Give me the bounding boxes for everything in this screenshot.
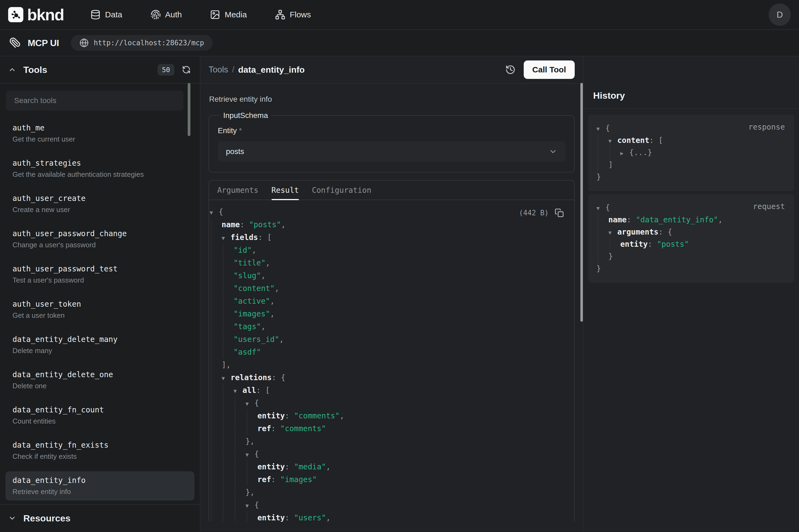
json-line: "slug",: [210, 269, 574, 282]
history-entry-response[interactable]: response ▼{▼content: [▶{...}]}: [588, 114, 794, 191]
history-entry-request[interactable]: request ▼{name: "data_entity_info",▼argu…: [588, 194, 794, 283]
history-entry-type: response: [748, 122, 785, 132]
sidebar-tool-item-data_entity_fn_count[interactable]: data_entity_fn_countCount entities: [5, 401, 194, 430]
json-token-pu: ,: [252, 246, 256, 254]
tools-count-badge: 50: [157, 64, 174, 76]
json-line: ]: [596, 159, 786, 171]
user-avatar[interactable]: D: [768, 3, 791, 26]
json-token-k: entity: [258, 462, 285, 471]
json-line: ▼arguments: {: [596, 226, 786, 238]
nav-item-media[interactable]: Media: [210, 10, 247, 20]
mcp-logo-icon: [9, 37, 21, 49]
collapse-toggle-icon[interactable]: ▼: [608, 135, 617, 147]
breadcrumb-separator: /: [232, 65, 234, 75]
search-input[interactable]: [6, 91, 183, 111]
tab-arguments[interactable]: Arguments: [217, 180, 259, 200]
json-token-pu: }: [596, 172, 601, 182]
entity-field-label: Entity*: [218, 126, 566, 135]
sidebar-scrollbar[interactable]: [188, 83, 190, 136]
collapse-toggle-icon[interactable]: ▼: [245, 449, 254, 461]
indent-guide: [210, 410, 222, 422]
indent-guide: [222, 460, 233, 473]
indent-guide: [222, 435, 233, 448]
indent-guide: [210, 231, 222, 244]
indent-guide: [233, 435, 245, 448]
nav-item-flows[interactable]: Flows: [275, 10, 311, 20]
json-line: "active",: [210, 295, 574, 307]
sidebar-tool-item-data_entity_info[interactable]: data_entity_infoRetrieve entity info: [5, 471, 194, 500]
collapse-toggle-icon[interactable]: ▼: [222, 372, 230, 385]
bknd-logo[interactable]: bknd: [8, 5, 64, 24]
resources-section-header[interactable]: Resources: [0, 504, 200, 531]
sidebar-tool-item-auth_user_password_change[interactable]: auth_user_password_changeChange a user's…: [5, 225, 194, 254]
copy-json-button[interactable]: [555, 208, 564, 217]
json-token-pu: ,: [326, 462, 330, 471]
refresh-tools-button[interactable]: [182, 65, 191, 74]
collapse-toggle-icon[interactable]: ▼: [210, 206, 218, 219]
json-line: ▼{: [210, 397, 574, 410]
tab-result[interactable]: Result: [271, 180, 299, 200]
indent-guide: [233, 448, 245, 460]
sidebar-tool-item-auth_user_password_test[interactable]: auth_user_password_testTest a user's pas…: [5, 260, 194, 289]
network-icon: [275, 10, 285, 20]
sidebar-tool-item-auth_strategies[interactable]: auth_strategiesGet the available authent…: [5, 154, 194, 183]
collapse-toggle-icon[interactable]: ▼: [245, 398, 254, 410]
indent-guide: [222, 346, 233, 359]
tool-name: auth_user_create: [13, 194, 187, 203]
tool-description: Create a new user: [13, 206, 187, 214]
database-icon: [90, 10, 101, 20]
main-scrollbar[interactable]: [581, 83, 583, 322]
indent-guide: [210, 486, 222, 499]
call-tool-button[interactable]: Call Tool: [524, 60, 575, 79]
collapse-toggle-icon[interactable]: ▼: [596, 123, 605, 135]
sidebar-tool-item-auth_user_token[interactable]: auth_user_tokenGet a user token: [5, 295, 194, 324]
json-line: "asdf": [210, 346, 574, 359]
nav-item-data[interactable]: Data: [90, 10, 122, 20]
indent-guide: [222, 244, 233, 256]
breadcrumb-section[interactable]: Tools: [209, 65, 228, 75]
entity-select[interactable]: posts: [218, 141, 566, 162]
json-token-s: "users_id": [233, 335, 279, 344]
indent-guide: [210, 307, 222, 320]
indent-guide: [210, 371, 222, 384]
tool-detail-header: Tools / data_entity_info Call Tool: [201, 56, 583, 83]
tool-description: Get a user token: [13, 311, 187, 320]
json-line: ],: [210, 359, 574, 371]
json-token-pu: {: [281, 373, 285, 382]
indent-guide: [222, 448, 233, 460]
indent-guide: [596, 238, 608, 250]
tool-name: data_entity_info: [13, 476, 187, 485]
collapse-toggle-icon[interactable]: ▼: [222, 232, 230, 245]
nav-item-auth[interactable]: Auth: [151, 10, 182, 20]
collapse-toggle-icon[interactable]: ▼: [233, 385, 243, 398]
json-token-pu: ,: [270, 309, 275, 318]
json-token-s: "posts": [249, 220, 281, 229]
collapse-toggle-icon[interactable]: ▼: [245, 499, 254, 512]
json-token-co: :: [649, 136, 659, 145]
json-token-k: entity: [620, 240, 648, 249]
indent-guide: [233, 473, 245, 486]
sidebar-tool-item-data_entity_delete_one[interactable]: data_entity_delete_oneDelete one: [5, 365, 194, 395]
chevron-up-icon[interactable]: [8, 65, 16, 74]
json-token-pu: ,: [275, 284, 279, 293]
sidebar-tool-item-auth_me[interactable]: auth_meGet the current user: [5, 119, 194, 148]
indent-guide: [210, 422, 222, 435]
sidebar-tool-item-auth_user_create[interactable]: auth_user_createCreate a new user: [5, 189, 194, 218]
sidebar-tool-item-data_entity_delete_many[interactable]: data_entity_delete_manyDelete many: [5, 330, 194, 360]
json-line: name: "posts",: [210, 218, 574, 231]
history-toggle-button[interactable]: [505, 64, 516, 75]
collapse-toggle-icon[interactable]: ▼: [608, 227, 617, 239]
json-line: entity: "posts": [596, 238, 786, 250]
json-token-co: :: [240, 220, 249, 229]
indent-guide: [222, 473, 233, 486]
indent-guide: [222, 511, 233, 522]
collapse-toggle-icon[interactable]: ▼: [596, 202, 605, 214]
json-token-pu: {...}: [629, 148, 652, 157]
tab-row: Arguments Result Configuration: [209, 180, 574, 200]
image-icon: [210, 10, 220, 20]
tab-configuration[interactable]: Configuration: [312, 180, 371, 200]
mcp-url-pill[interactable]: http://localhost:28623/mcp: [71, 35, 213, 51]
sidebar-tool-item-data_entity_fn_exists[interactable]: data_entity_fn_existsCheck if entity exi…: [5, 436, 194, 465]
expand-toggle-icon[interactable]: ▶: [620, 147, 629, 159]
json-token-pu: {: [254, 500, 259, 510]
